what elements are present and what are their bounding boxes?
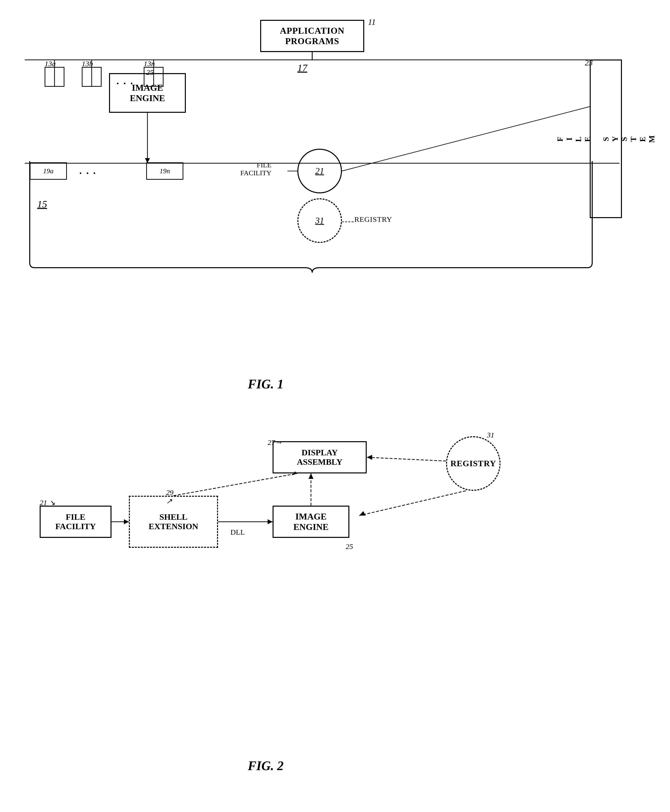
svg-marker-17: [308, 473, 313, 479]
fig2-area: FILEFACILITY 21 ↘ SHELLEXTENSION 29↗ DLL…: [25, 421, 644, 793]
label-25-fig2: 25: [346, 542, 353, 551]
layer15-label: 15: [37, 198, 47, 210]
label-23: 23: [585, 58, 593, 68]
label-21-fig2: 21 ↘: [40, 498, 55, 507]
dll-label: DLL: [230, 528, 245, 536]
file-system-label: FILE SYSTEM: [555, 135, 656, 143]
display-assembly-label: DISPLAYASSEMBLY: [297, 448, 342, 467]
circle-31-fig1: 31: [297, 198, 342, 243]
display-assembly-box: DISPLAYASSEMBLY: [272, 441, 367, 473]
diagram-container: APPLICATION PROGRAMS 11 13a 13b 13n . . …: [0, 0, 670, 812]
image-engine-box-fig2: IMAGEENGINE: [272, 506, 349, 538]
dots-19: . . .: [79, 165, 96, 176]
circle-21-fig1: 21: [297, 149, 342, 193]
file-system-box: FILE SYSTEM: [590, 59, 622, 218]
label-11: 11: [368, 17, 376, 27]
svg-line-18: [367, 457, 446, 461]
svg-marker-19: [367, 455, 372, 460]
label-19a: 19a: [43, 167, 54, 175]
svg-line-20: [359, 491, 466, 515]
image-engine-label-fig1: IMAGEENGINE: [130, 83, 165, 103]
app-programs-box: APPLICATION PROGRAMS: [260, 20, 364, 52]
box-19n: 19n: [146, 162, 183, 180]
svg-marker-11: [124, 519, 129, 524]
circle-31-fig2: REGISTRY: [446, 436, 501, 491]
shell-ext-box: SHELLEXTENSION: [129, 496, 218, 548]
label-31-fig2: 31: [487, 431, 494, 439]
fig2-svg: [25, 421, 644, 793]
label-17: 17: [297, 62, 307, 74]
label-31-fig1: 31: [315, 215, 324, 226]
label-19n: 19n: [159, 167, 170, 175]
label-29: 29↗: [166, 488, 173, 505]
svg-line-14: [173, 473, 297, 496]
fig2-caption: FIG. 2: [248, 758, 283, 773]
registry-label-fig2: REGISTRY: [450, 459, 496, 468]
app-programs-label: APPLICATION PROGRAMS: [261, 25, 363, 46]
svg-marker-21: [359, 511, 366, 515]
image-engine-box-fig1: IMAGEENGINE: [109, 73, 186, 113]
image-engine-label-fig2: IMAGEENGINE: [293, 511, 328, 532]
box-19a: 19a: [30, 162, 67, 180]
label-27: 27→: [267, 438, 283, 447]
file-facility-box-fig2: FILEFACILITY: [40, 506, 112, 538]
file-facility-label-fig1: FILEFACILITY: [240, 161, 271, 177]
file-facility-label-fig2: FILEFACILITY: [55, 512, 96, 531]
svg-marker-13: [267, 519, 272, 524]
registry-label-fig1: REGISTRY: [354, 215, 392, 224]
label-25-fig1: 25: [146, 68, 154, 76]
fig1-caption: FIG. 1: [248, 377, 283, 392]
label-21-fig1: 21: [315, 166, 324, 176]
shell-ext-label: SHELLEXTENSION: [149, 512, 198, 531]
fig1-area: APPLICATION PROGRAMS 11 13a 13b 13n . . …: [25, 10, 644, 402]
